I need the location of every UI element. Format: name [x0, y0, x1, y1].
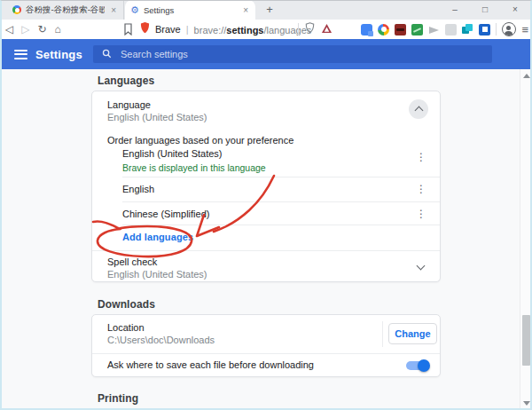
ask-save-label: Ask where to save each file before downl…: [107, 359, 314, 370]
location-title: Location: [107, 322, 145, 333]
extension-blue-pages-icon[interactable]: [361, 24, 372, 35]
divider: [122, 177, 440, 177]
language-row-value: English (United States): [107, 112, 207, 122]
divider: [122, 201, 440, 202]
extension-blue-square-icon[interactable]: [479, 24, 490, 35]
tab-close-icon[interactable]: ×: [241, 5, 250, 15]
language-item-note: Brave is displayed in this language: [122, 162, 266, 173]
scrollbar-thumb[interactable]: [522, 315, 530, 366]
chevron-down-icon[interactable]: [417, 262, 426, 271]
language-item-name: English (United States): [122, 148, 223, 159]
languages-heading: Languages: [98, 75, 154, 87]
extension-gray-plane-icon[interactable]: [428, 24, 440, 35]
minimize-button[interactable]: –: [440, 0, 470, 20]
brave-rewards-triangle-icon[interactable]: [321, 21, 332, 37]
tab-title: 谷粉搜-谷粉搜索-谷歌镜像网页版: [26, 4, 105, 16]
profile-icon[interactable]: [502, 22, 516, 36]
search-input[interactable]: [119, 48, 492, 60]
browser-window: 谷粉搜-谷粉搜索-谷歌镜像网页版 × ⚙ Settings × + – □ × …: [0, 0, 532, 410]
tab-close-icon[interactable]: ×: [109, 5, 118, 15]
more-options-icon[interactable]: ⋮: [416, 184, 426, 194]
scroll-up-icon[interactable]: [523, 74, 530, 78]
window-controls: – □ ×: [440, 0, 530, 20]
maximize-button[interactable]: □: [470, 0, 500, 20]
collapse-button[interactable]: [409, 99, 428, 119]
scroll-down-icon[interactable]: [523, 401, 530, 406]
divider: [92, 250, 440, 251]
more-options-icon[interactable]: ⋮: [416, 209, 426, 219]
divider: [496, 23, 497, 35]
tab-title: Settings: [144, 5, 237, 15]
location-path: C:\Users\doc\Downloads: [107, 335, 215, 345]
tab-settings[interactable]: ⚙ Settings ×: [125, 0, 255, 20]
url-divider: |: [186, 24, 189, 35]
shields-outline-icon[interactable]: [305, 21, 315, 37]
order-languages-label: Order languages based on your preference: [107, 135, 293, 146]
language-item-name: English: [122, 184, 154, 194]
scrollbar[interactable]: [520, 69, 532, 410]
forward-icon[interactable]: ▷: [21, 24, 29, 35]
brave-shield-icon: [140, 21, 150, 37]
languages-card: Language English (United States) Order l…: [91, 91, 441, 282]
url-brand: Brave: [155, 24, 181, 35]
change-button[interactable]: Change: [388, 323, 437, 344]
settings-title: Settings: [35, 48, 82, 61]
extension-cyan-squares-icon[interactable]: [462, 24, 473, 35]
language-row-title: Language: [107, 99, 151, 110]
extension-dark-red-icon[interactable]: [395, 24, 406, 35]
ask-save-toggle-knob[interactable]: [418, 359, 430, 372]
bookmark-icon[interactable]: [123, 23, 133, 39]
spell-check-title: Spell check: [107, 256, 157, 267]
extension-icons: ≡: [361, 20, 528, 39]
downloads-heading: Downloads: [98, 298, 155, 311]
new-tab-button[interactable]: +: [261, 1, 278, 19]
divider: [298, 23, 299, 35]
tab-google-mirror[interactable]: 谷粉搜-谷粉搜索-谷歌镜像网页版 ×: [7, 0, 124, 20]
hamburger-menu-icon[interactable]: [14, 50, 27, 59]
chevron-up-icon: [414, 106, 423, 115]
more-options-icon[interactable]: ⋮: [416, 152, 426, 162]
settings-gear-icon: ⚙: [130, 5, 139, 14]
browser-toolbar: ◁ ▷ ↻ ⌂ Brave | brave://settings/languag…: [0, 20, 532, 39]
reload-icon[interactable]: ↻: [37, 24, 46, 35]
menu-icon[interactable]: ≡: [521, 24, 528, 35]
google-favicon-icon: [12, 5, 21, 14]
extension-gray-square-icon[interactable]: [445, 24, 457, 35]
close-button[interactable]: ×: [500, 0, 530, 20]
spell-check-value: English (United States): [107, 269, 207, 280]
settings-search[interactable]: [93, 45, 492, 63]
printing-heading: Printing: [98, 392, 138, 405]
extension-speed-dial-icon[interactable]: [378, 24, 389, 35]
divider: [382, 321, 383, 347]
settings-content: Languages Language English (United State…: [0, 69, 532, 410]
tab-strip: 谷粉搜-谷粉搜索-谷歌镜像网页版 × ⚙ Settings × + – □ ×: [0, 0, 532, 20]
search-icon: [102, 46, 112, 62]
divider: [122, 225, 440, 225]
add-languages-link[interactable]: Add languages: [122, 232, 193, 242]
downloads-card: Location C:\Users\doc\Downloads Change A…: [91, 314, 441, 377]
url-text: brave://settings/languages: [194, 21, 312, 37]
divider: [92, 353, 440, 354]
home-icon[interactable]: ⌂: [55, 24, 61, 35]
nav-icons: ◁ ▷ ↻ ⌂: [5, 20, 61, 39]
language-item-name: Chinese (Simplified): [122, 209, 209, 219]
extension-green-icon[interactable]: [411, 24, 423, 35]
settings-header: Settings: [0, 39, 532, 69]
back-icon[interactable]: ◁: [5, 24, 13, 35]
page-action-icons: [298, 20, 332, 39]
address-bar[interactable]: Brave | brave://settings/languages: [140, 20, 311, 39]
